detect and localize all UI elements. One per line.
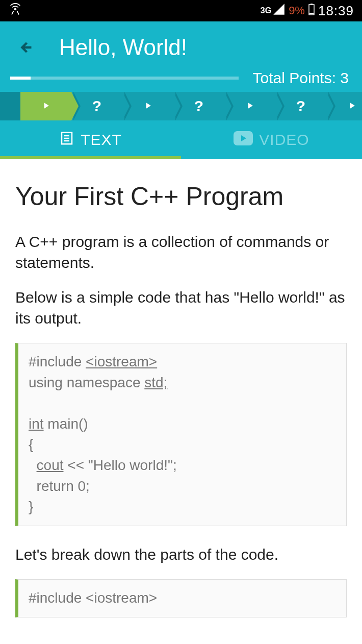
battery-icon bbox=[308, 3, 315, 18]
code-text bbox=[29, 457, 37, 473]
play-icon bbox=[143, 98, 153, 114]
code-text: { bbox=[29, 434, 336, 455]
wifi-hotspot-icon bbox=[8, 2, 22, 19]
code-text: << "Hello world!"; bbox=[64, 457, 177, 473]
lesson-steps: ? ? ? bbox=[0, 92, 362, 120]
progress-fill bbox=[10, 77, 31, 80]
battery-percentage: 9% bbox=[289, 4, 305, 17]
code-keyword: cout bbox=[37, 457, 64, 473]
question-icon: ? bbox=[92, 97, 101, 115]
play-icon bbox=[41, 98, 51, 114]
app-header: Hello, World! Total Points: 3 bbox=[0, 21, 362, 92]
clock: 18:39 bbox=[318, 3, 354, 19]
question-icon: ? bbox=[296, 97, 305, 115]
lesson-content: Your First C++ Program A C++ program is … bbox=[0, 159, 362, 617]
code-text: main() bbox=[44, 416, 88, 432]
total-points: Total Points: 3 bbox=[253, 69, 349, 87]
code-block-1: #include <iostream> using namespace std;… bbox=[15, 343, 347, 526]
svg-point-0 bbox=[14, 8, 17, 11]
code-text: #include bbox=[29, 354, 86, 369]
question-icon: ? bbox=[194, 97, 203, 115]
tab-text[interactable]: TEXT bbox=[0, 120, 181, 159]
paragraph-2: Below is a simple code that has "Hello w… bbox=[15, 287, 347, 329]
lesson-heading: Your First C++ Program bbox=[15, 182, 347, 211]
network-type: 3G bbox=[261, 6, 271, 15]
code-keyword: <iostream> bbox=[86, 354, 157, 369]
step-1[interactable] bbox=[20, 92, 71, 120]
tab-video-label: VIDEO bbox=[259, 131, 309, 148]
svg-rect-3 bbox=[309, 13, 314, 14]
paragraph-3: Let's break down the parts of the code. bbox=[15, 544, 347, 565]
svg-rect-2 bbox=[311, 4, 313, 5]
document-icon bbox=[59, 131, 74, 150]
code-keyword: std; bbox=[144, 375, 167, 390]
code-keyword: int bbox=[29, 416, 44, 432]
code-text: using namespace bbox=[29, 375, 144, 390]
tab-video[interactable]: VIDEO bbox=[181, 120, 362, 159]
code-text: } bbox=[29, 497, 336, 517]
code-block-2: #include <iostream> bbox=[15, 579, 347, 617]
play-icon bbox=[245, 98, 255, 114]
status-bar: 3G 9% 18:39 bbox=[0, 0, 362, 21]
content-tabs: TEXT VIDEO bbox=[0, 120, 362, 159]
video-icon bbox=[234, 131, 253, 149]
back-button[interactable] bbox=[14, 37, 35, 58]
tab-text-label: TEXT bbox=[81, 131, 122, 148]
play-icon bbox=[347, 98, 357, 114]
paragraph-1: A C++ program is a collection of command… bbox=[15, 232, 347, 273]
code-text: return 0; bbox=[29, 476, 336, 497]
signal-icon bbox=[272, 3, 286, 19]
page-title: Hello, World! bbox=[59, 35, 187, 60]
progress-bar bbox=[10, 77, 239, 80]
